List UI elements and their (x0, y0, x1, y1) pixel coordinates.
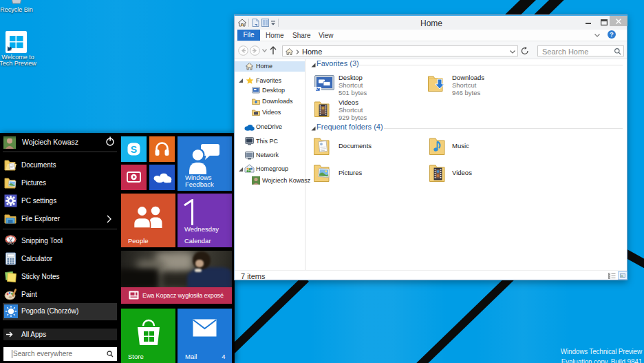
svg-text:S: S (131, 144, 137, 155)
